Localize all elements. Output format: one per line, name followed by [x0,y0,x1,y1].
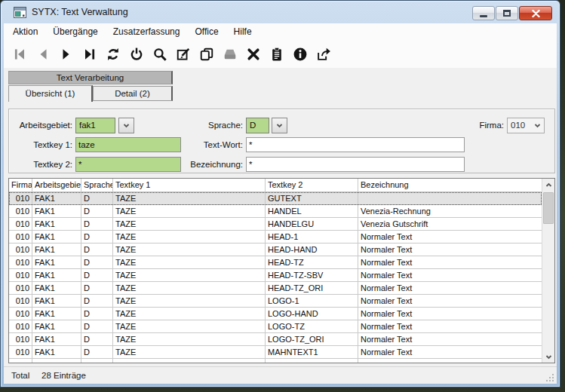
table-row-empty [9,359,542,363]
menu-item-ubergange[interactable]: Übergänge [45,24,105,39]
table-cell: FAK1 [32,192,81,204]
table-cell: TAZE [113,346,266,358]
scroll-down-button[interactable] [542,351,554,363]
table-cell: FAK1 [32,282,81,294]
table-cell: 010 [9,320,32,332]
table-cell: Normaler Text [358,308,542,320]
title-bar[interactable]: SYTX: Text Verwaltung [1,1,560,23]
tab-uebersicht[interactable]: Übersicht (1) [8,85,93,102]
arbeitsgebiet-combo[interactable]: fak1 [75,118,115,133]
export-icon[interactable] [315,44,333,64]
sprache-dropdown-button[interactable] [272,118,287,133]
table-cell: TAZE [113,333,266,345]
table-row[interactable]: 010FAK1DTAZEMAHNTEXT1Normaler Text [9,346,542,359]
chevron-down-icon [534,122,541,129]
firma-value: 010 [511,118,525,133]
last-record-icon[interactable] [81,44,99,64]
menu-item-zusatzerfassung[interactable]: Zusatzerfassung [106,24,188,39]
column-header-bezeichnung[interactable]: Bezeichnung [358,179,542,191]
table-row[interactable]: 010FAK1DTAZEHANDELVenezia-Rechnung [9,205,542,218]
copy-icon[interactable] [198,44,216,64]
table-cell: MAHNTEXT1 [266,346,358,358]
textkey2-input[interactable] [75,157,181,172]
scrollbar-thumb[interactable] [543,192,554,224]
table-cell: Venezia-Rechnung [358,205,542,217]
bezeichnung-input[interactable] [246,157,465,172]
maximize-button[interactable] [496,6,518,20]
table-cell: D [81,243,113,256]
close-button[interactable] [519,6,552,20]
firma-label: Firma: [459,121,504,130]
column-header-textkey-2[interactable]: Textkey 2 [266,179,358,191]
table-cell: D [81,308,113,320]
refresh-icon[interactable] [104,44,122,64]
menu-item-office[interactable]: Office [187,24,226,39]
table-row[interactable]: 010FAK1DTAZEHEAD-TZ_ORINormaler Text [9,282,542,295]
vertical-scrollbar[interactable] [542,179,554,363]
table-row[interactable]: 010FAK1DTAZEHEAD-TZ-SBVNormaler Text [9,269,542,282]
textkey1-input[interactable] [75,137,181,152]
table-cell: 010 [9,256,32,268]
table-row[interactable]: 010FAK1DTAZELOGO-HANDNormaler Text [9,308,542,320]
table-cell: FAK1 [32,346,81,358]
search-icon[interactable] [151,44,169,64]
resize-grip-icon[interactable] [545,373,554,382]
delete-icon[interactable] [244,44,263,64]
table-row[interactable]: 010FAK1DTAZELOGO-1Normaler Text [9,295,542,308]
table-row[interactable]: 010FAK1DTAZEGUTEXT [9,192,542,205]
arbeitsgebiet-dropdown-button[interactable] [118,118,134,133]
table-cell: HEAD-TZ [266,256,358,268]
table-cell: GUTEXT [266,192,358,204]
next-record-icon[interactable] [57,44,75,64]
table-cell: D [81,256,113,268]
previous-record-icon[interactable] [34,44,52,64]
table-cell: TAZE [113,320,266,332]
column-header-firma[interactable]: Firma [9,179,32,191]
scroll-up-button[interactable] [542,179,554,191]
table-cell: TAZE [113,192,266,204]
table-row[interactable]: 010FAK1DTAZEHEAD-1Normaler Text [9,231,542,243]
close-icon [532,10,540,17]
tab-text-verarbeitung[interactable]: Text Verarbeitung [8,71,173,84]
textkey2-label: Textkey 2: [9,160,72,169]
table-cell: D [81,333,113,345]
chevron-down-icon [123,122,130,129]
table-cell: Normaler Text [358,256,542,268]
column-header-arbeitsgebiet[interactable]: Arbeitsgebiet [32,179,81,191]
power-icon[interactable] [127,44,146,64]
menu-item-hilfe[interactable]: Hilfe [226,24,259,39]
menu-bar: AktionÜbergängeZusatzerfassungOfficeHilf… [4,23,557,40]
edit-icon[interactable] [174,44,192,64]
table-cell: Normaler Text [358,243,542,256]
table-cell [9,359,32,363]
table-cell: HEAD-HAND [266,243,358,256]
desktop: SYTX: Text Verwaltung AktionÜbergängeZus… [0,0,565,392]
textwort-input[interactable] [246,137,465,152]
table-row[interactable]: 010FAK1DTAZEHEAD-HANDNormaler Text [9,243,542,256]
table-row[interactable]: 010FAK1DTAZELOGO-TZNormaler Text [9,320,542,333]
firma-combo[interactable]: 010 [507,118,545,133]
table-cell [358,192,542,204]
table-cell [81,359,113,363]
table-cell: Normaler Text [358,295,542,307]
drive-icon[interactable] [221,44,239,64]
minimize-button[interactable] [472,6,495,20]
sprache-combo[interactable]: D [246,118,269,133]
table-cell: LOGO-HAND [266,308,358,320]
info-icon[interactable] [291,44,309,64]
table-row[interactable]: 010FAK1DTAZEHANDELGUVenezia Gutschrift [9,218,542,231]
column-header-textkey-1[interactable]: Textkey 1 [113,179,266,191]
column-header-sprache[interactable]: Sprache [81,179,113,191]
tab-detail[interactable]: Detail (2) [93,86,173,101]
menu-item-aktion[interactable]: Aktion [5,24,45,39]
status-entries-count: 28 Einträge [41,371,86,380]
textkey1-label: Textkey 1: [9,140,72,149]
bezeichnung-label: Bezeichnung: [187,160,243,169]
table-cell: 010 [9,205,32,217]
app-window: SYTX: Text Verwaltung AktionÜbergängeZus… [0,0,560,387]
table-row[interactable]: 010FAK1DTAZEHEAD-TZNormaler Text [9,256,542,269]
table-row[interactable]: 010FAK1DTAZELOGO-TZ_ORINormaler Text [9,333,542,346]
table-cell: D [81,269,113,281]
first-record-icon[interactable] [11,44,29,64]
clipboard-icon[interactable] [268,44,286,64]
